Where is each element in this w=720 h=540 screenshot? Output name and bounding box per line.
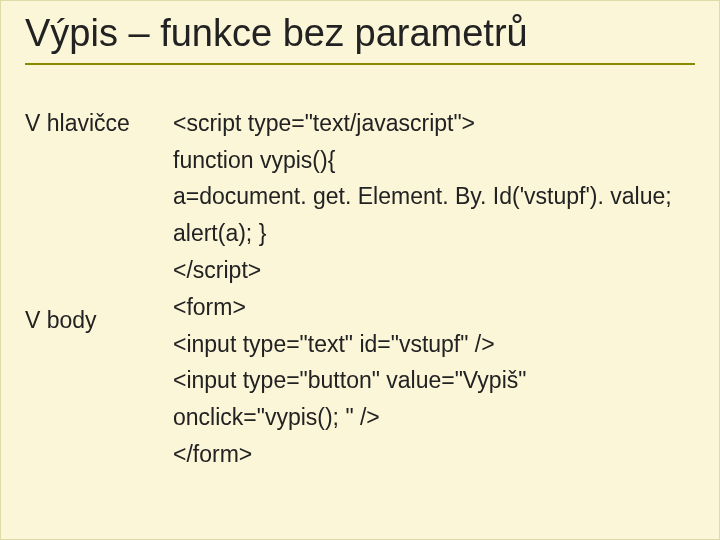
code-line-2: function vypis(){ bbox=[173, 142, 695, 179]
code-line-7: <input type="text" id="vstupf" /> bbox=[173, 326, 695, 363]
code-line-9: onclick="vypis(); " /> bbox=[173, 399, 695, 436]
labels-column: V hlavičce V body bbox=[25, 105, 153, 473]
code-line-5: </script> bbox=[173, 252, 695, 289]
code-line-6: <form> bbox=[173, 289, 695, 326]
code-line-4: alert(a); } bbox=[173, 215, 695, 252]
code-line-1: <script type="text/javascript"> bbox=[173, 105, 695, 142]
title-container: Výpis – funkce bez parametrů bbox=[25, 1, 695, 65]
code-line-8: <input type="button" value="Vypiš" bbox=[173, 362, 695, 399]
slide-title: Výpis – funkce bez parametrů bbox=[25, 13, 695, 55]
code-line-5b: ipt> bbox=[223, 257, 261, 283]
code-line-5a: </scr bbox=[173, 257, 223, 283]
label-head: V hlavičce bbox=[25, 105, 153, 142]
content-area: V hlavičce V body <script type="text/jav… bbox=[25, 105, 695, 473]
label-body: V body bbox=[25, 302, 153, 339]
spacer bbox=[25, 142, 153, 302]
code-line-10: </form> bbox=[173, 436, 695, 473]
slide: Výpis – funkce bez parametrů V hlavičce … bbox=[0, 0, 720, 540]
code-line-3: a=document. get. Element. By. Id('vstupf… bbox=[173, 178, 695, 215]
code-column: <script type="text/javascript"> function… bbox=[173, 105, 695, 473]
